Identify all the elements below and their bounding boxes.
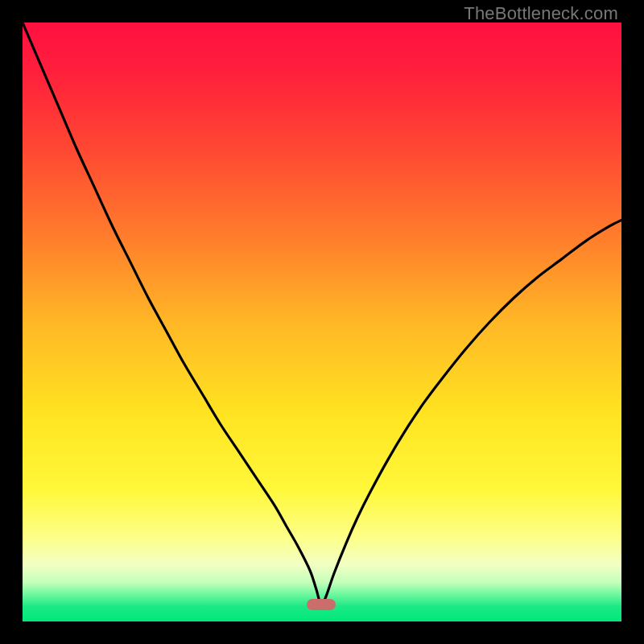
chart-frame: TheBottleneck.com — [0, 0, 644, 644]
plot-area — [23, 23, 621, 621]
minimum-marker — [307, 599, 336, 610]
watermark-text: TheBottleneck.com — [464, 3, 618, 24]
bottleneck-curve — [23, 23, 621, 621]
